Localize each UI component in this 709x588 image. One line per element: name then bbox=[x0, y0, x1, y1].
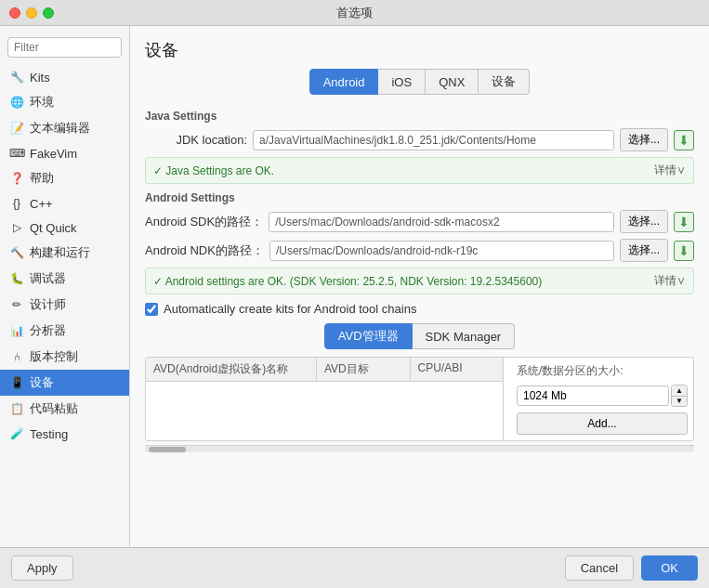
stepper-up[interactable]: ▲ bbox=[672, 385, 687, 396]
filter-box[interactable] bbox=[7, 37, 122, 58]
java-settings-header: Java Settings bbox=[145, 110, 694, 123]
text-editor-icon: 📝 bbox=[9, 121, 24, 136]
sidebar-item-build-run[interactable]: 🔨 构建和运行 bbox=[0, 240, 129, 266]
android-settings-header: Android Settings bbox=[145, 191, 694, 204]
tab-android[interactable]: Android bbox=[309, 69, 379, 95]
cancel-button[interactable]: Cancel bbox=[565, 555, 634, 581]
kits-icon: 🔧 bbox=[9, 70, 24, 85]
tab-devices[interactable]: 设备 bbox=[479, 69, 530, 95]
bottom-bar: Apply Cancel OK bbox=[0, 547, 709, 588]
sidebar-item-cpp[interactable]: {} C++ bbox=[0, 191, 129, 216]
android-details-button[interactable]: 详情∨ bbox=[654, 273, 686, 289]
qt-quick-icon: ▷ bbox=[9, 220, 24, 235]
avd-table: AVD(Android虚拟设备)名称 AVD目标 CPU/ABI bbox=[146, 358, 504, 440]
size-input-row: ▲ ▼ bbox=[517, 385, 688, 407]
jdk-choose-button[interactable]: 选择... bbox=[620, 128, 668, 151]
auto-create-label: Automatically create kits for Android to… bbox=[164, 302, 416, 316]
fakevim-icon: ⌨ bbox=[9, 146, 24, 161]
add-button[interactable]: Add... bbox=[517, 412, 688, 435]
sidebar-item-version-control[interactable]: ⑃ 版本控制 bbox=[0, 344, 129, 370]
title-bar: 首选项 bbox=[0, 0, 709, 26]
designer-label: 设计师 bbox=[30, 296, 66, 313]
stepper-down[interactable]: ▼ bbox=[672, 396, 687, 406]
sdk-label: Android SDK的路径： bbox=[145, 214, 263, 230]
qt-quick-label: Qt Quick bbox=[30, 221, 77, 235]
debugger-label: 调试器 bbox=[30, 270, 66, 287]
ndk-input[interactable] bbox=[269, 241, 614, 261]
ndk-choose-button[interactable]: 选择... bbox=[620, 239, 668, 262]
devices-label: 设备 bbox=[30, 374, 54, 391]
kits-label: Kits bbox=[30, 71, 50, 85]
avd-table-body bbox=[146, 382, 503, 428]
environment-icon: 🌐 bbox=[9, 95, 24, 110]
android-status-box: ✓ Android settings are OK. (SDK Version:… bbox=[145, 268, 694, 294]
tab-bar: Android iOS QNX 设备 bbox=[130, 69, 709, 102]
debugger-icon: 🐛 bbox=[9, 271, 24, 286]
avd-table-header: AVD(Android虚拟设备)名称 AVD目标 CPU/ABI bbox=[146, 358, 503, 382]
sidebar-item-qt-quick[interactable]: ▷ Qt Quick bbox=[0, 216, 129, 240]
size-panel-label: 系统/数据分区的大小: bbox=[517, 363, 688, 379]
sidebar: 🔧 Kits 🌐 环境 📝 文本编辑器 ⌨ FakeVim ❓ 帮助 {} C+… bbox=[0, 26, 130, 547]
jdk-location-row: JDK location: 选择... ⬇ bbox=[145, 128, 694, 151]
java-details-button[interactable]: 详情∨ bbox=[654, 163, 686, 178]
sub-tab-avd[interactable]: AVD管理器 bbox=[324, 323, 413, 349]
help-icon: ❓ bbox=[9, 171, 24, 186]
ok-button[interactable]: OK bbox=[641, 555, 698, 581]
horizontal-scrollbar[interactable] bbox=[145, 445, 694, 452]
close-button[interactable] bbox=[9, 7, 20, 19]
sidebar-item-analyzer[interactable]: 📊 分析器 bbox=[0, 318, 129, 344]
devices-icon: 📱 bbox=[9, 375, 24, 390]
build-run-label: 构建和运行 bbox=[30, 244, 90, 261]
version-control-label: 版本控制 bbox=[30, 348, 78, 365]
sidebar-item-testing[interactable]: 🧪 Testing bbox=[0, 422, 129, 446]
content-scroll: Java Settings JDK location: 选择... ⬇ ✓ Ja… bbox=[130, 102, 709, 547]
filter-input[interactable] bbox=[7, 37, 122, 58]
help-label: 帮助 bbox=[30, 170, 54, 187]
avd-col-name: AVD(Android虚拟设备)名称 bbox=[146, 358, 317, 381]
sdk-path-row: Android SDK的路径： 选择... ⬇ bbox=[145, 210, 694, 233]
minimize-button[interactable] bbox=[26, 7, 37, 19]
sub-tab-sdk[interactable]: SDK Manager bbox=[413, 323, 516, 349]
testing-label: Testing bbox=[30, 427, 68, 441]
sdk-download-button[interactable]: ⬇ bbox=[674, 212, 694, 232]
sidebar-item-help[interactable]: ❓ 帮助 bbox=[0, 165, 129, 191]
jdk-download-button[interactable]: ⬇ bbox=[674, 130, 694, 150]
sidebar-item-fakevim[interactable]: ⌨ FakeVim bbox=[0, 141, 129, 165]
apply-button[interactable]: Apply bbox=[11, 555, 73, 581]
code-paste-label: 代码粘贴 bbox=[30, 400, 78, 417]
bottom-right: Cancel OK bbox=[565, 555, 698, 581]
main-container: 🔧 Kits 🌐 环境 📝 文本编辑器 ⌨ FakeVim ❓ 帮助 {} C+… bbox=[0, 26, 709, 547]
jdk-label: JDK location: bbox=[145, 133, 247, 147]
environment-label: 环境 bbox=[30, 94, 54, 111]
designer-icon: ✏ bbox=[9, 297, 24, 312]
sidebar-item-designer[interactable]: ✏ 设计师 bbox=[0, 292, 129, 318]
cpp-icon: {} bbox=[9, 196, 24, 211]
android-status-text: ✓ Android settings are OK. (SDK Version:… bbox=[153, 275, 542, 288]
build-run-icon: 🔨 bbox=[9, 245, 24, 260]
sidebar-item-text-editor[interactable]: 📝 文本编辑器 bbox=[0, 115, 129, 141]
sdk-input[interactable] bbox=[269, 212, 614, 232]
jdk-input[interactable] bbox=[253, 130, 614, 150]
sidebar-item-debugger[interactable]: 🐛 调试器 bbox=[0, 266, 129, 292]
sidebar-item-devices[interactable]: 📱 设备 bbox=[0, 370, 129, 396]
auto-create-row: Automatically create kits for Android to… bbox=[145, 302, 694, 316]
traffic-lights[interactable] bbox=[9, 7, 54, 19]
content-header: 设备 bbox=[130, 26, 709, 69]
scrollbar-thumb[interactable] bbox=[149, 447, 186, 452]
ndk-download-button[interactable]: ⬇ bbox=[674, 241, 694, 261]
sidebar-item-environment[interactable]: 🌐 环境 bbox=[0, 89, 129, 115]
size-input[interactable] bbox=[517, 385, 669, 406]
sub-tab-bar: AVD管理器 SDK Manager bbox=[145, 323, 694, 349]
sidebar-item-kits[interactable]: 🔧 Kits bbox=[0, 65, 129, 89]
code-paste-icon: 📋 bbox=[9, 401, 24, 416]
auto-create-checkbox[interactable] bbox=[145, 303, 158, 316]
page-title: 设备 bbox=[145, 41, 178, 59]
version-control-icon: ⑃ bbox=[9, 349, 24, 364]
sidebar-item-code-paste[interactable]: 📋 代码粘贴 bbox=[0, 396, 129, 422]
size-stepper[interactable]: ▲ ▼ bbox=[671, 385, 688, 407]
sdk-choose-button[interactable]: 选择... bbox=[620, 210, 668, 233]
tab-ios[interactable]: iOS bbox=[378, 69, 426, 95]
tab-qnx[interactable]: QNX bbox=[426, 69, 479, 95]
maximize-button[interactable] bbox=[43, 7, 54, 19]
content-area: 设备 Android iOS QNX 设备 Java Settings JDK … bbox=[130, 26, 709, 547]
